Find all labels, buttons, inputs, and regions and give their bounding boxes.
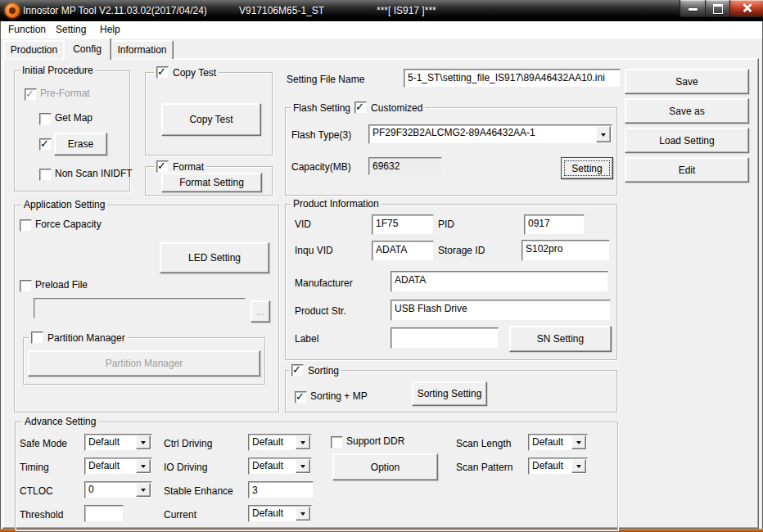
setting-file-label: Setting File Name: [287, 74, 364, 85]
format-title: Format: [173, 161, 204, 173]
minimize-button[interactable]: [679, 0, 707, 17]
chevron-down-icon[interactable]: [296, 459, 310, 473]
io-driving-label: IO Driving: [164, 462, 207, 473]
threshold-label: Threshold: [20, 509, 63, 521]
capacity-label: Capacity(MB): [291, 161, 351, 173]
option-button[interactable]: Option: [332, 453, 438, 480]
led-setting-button[interactable]: LED Setting: [160, 242, 269, 273]
product-information-title: Product Information: [291, 198, 382, 210]
scan-length-label: Scan Length: [456, 438, 511, 449]
preload-file-checkbox[interactable]: [20, 280, 32, 292]
chevron-down-icon[interactable]: [296, 507, 310, 521]
ctloc-dropdown[interactable]: 0: [84, 481, 152, 498]
chevron-down-icon[interactable]: [136, 435, 151, 449]
flash-type-dropdown[interactable]: PF29F32B2ALCMG2-89A46432AA-1: [368, 124, 612, 144]
tab-config[interactable]: Config: [63, 38, 111, 60]
copy-test-title: Copy Test: [173, 67, 216, 79]
get-map-checkbox[interactable]: [39, 113, 52, 125]
window-marker: ***[ IS917 ]***: [377, 0, 436, 21]
maximize-button[interactable]: [705, 0, 731, 17]
sorting-title: Sorting: [308, 365, 339, 376]
copy-test-checkbox[interactable]: [156, 66, 169, 79]
support-ddr-checkbox[interactable]: [331, 436, 343, 449]
chevron-down-icon[interactable]: [571, 459, 586, 473]
menu-function[interactable]: Function: [3, 22, 51, 38]
app-window: Innostor MP Tool V2.11.03.02(2017/04/24)…: [0, 0, 763, 532]
io-driving-dropdown[interactable]: Default: [248, 458, 312, 475]
maximize-icon: [713, 4, 723, 14]
menu-help[interactable]: Help: [95, 22, 125, 38]
copy-test-button[interactable]: Copy Test: [161, 103, 261, 136]
pid-field[interactable]: 0917: [524, 214, 585, 235]
sorting-checkbox[interactable]: [291, 364, 304, 376]
chevron-down-icon[interactable]: [136, 483, 151, 497]
sorting-setting-button[interactable]: Sorting Setting: [412, 381, 487, 406]
safe-mode-label: Safe Mode: [20, 438, 67, 449]
partition-manager-checkbox[interactable]: [31, 331, 43, 344]
force-capacity-checkbox[interactable]: [20, 219, 32, 232]
chevron-down-icon[interactable]: [596, 126, 611, 142]
menu-setting[interactable]: Setting: [51, 22, 91, 38]
chevron-down-icon[interactable]: [571, 435, 586, 449]
tab-information[interactable]: Information: [111, 40, 174, 59]
support-ddr-label: Support DDR: [346, 435, 404, 447]
load-setting-button[interactable]: Load Setting: [625, 128, 749, 153]
sn-setting-button[interactable]: SN Setting: [509, 326, 612, 352]
partition-manager-title: Partition Manager: [47, 332, 125, 344]
current-dropdown[interactable]: Default: [248, 505, 312, 522]
current-label: Current: [164, 509, 196, 521]
inqu-vid-field[interactable]: ADATA: [372, 241, 434, 261]
ctrl-driving-dropdown[interactable]: Default: [248, 434, 312, 451]
scan-length-dropdown[interactable]: Default: [528, 434, 588, 451]
threshold-field[interactable]: [84, 505, 124, 522]
stable-enhance-field[interactable]: 3: [248, 481, 314, 498]
label-field[interactable]: [391, 327, 499, 349]
flash-type-value: PF29F32B2ALCMG2-89A46432AA-1: [369, 125, 595, 143]
product-str-field[interactable]: USB Flash Drive: [391, 300, 611, 321]
safe-mode-value: Default: [85, 435, 135, 450]
erase-checkbox[interactable]: [39, 138, 52, 151]
initial-procedure-title: Initial Procedure: [20, 65, 96, 76]
chevron-down-icon[interactable]: [296, 435, 310, 449]
vid-field[interactable]: 1F75: [372, 214, 434, 235]
setting-file-input[interactable]: 5-1_ST\setting_file_IS917\89A46432AA10.i…: [404, 69, 621, 88]
storage-id-field[interactable]: S102pro: [521, 240, 610, 261]
pre-format-label: Pre-Format: [40, 88, 90, 99]
get-map-label: Get Map: [55, 112, 93, 124]
timing-dropdown[interactable]: Default: [84, 458, 152, 475]
edit-button[interactable]: Edit: [625, 157, 749, 183]
close-button[interactable]: [729, 0, 763, 17]
timing-label: Timing: [20, 462, 49, 473]
capacity-field[interactable]: 69632: [368, 157, 442, 175]
pid-label: PID: [438, 219, 454, 230]
scan-pattern-dropdown[interactable]: Default: [528, 458, 588, 475]
ctrl-driving-label: Ctrl Driving: [164, 438, 212, 449]
scan-length-value: Default: [529, 435, 571, 450]
window-border-left: [0, 21, 1, 529]
scan-pattern-label: Scan Pattern: [456, 462, 512, 473]
setting-button[interactable]: Setting: [561, 157, 613, 179]
format-setting-button[interactable]: Format Setting: [161, 173, 262, 192]
application-setting-title: Application Setting: [21, 199, 107, 210]
tab-production[interactable]: Production: [3, 40, 65, 59]
manufacturer-field[interactable]: ADATA: [391, 271, 608, 292]
chevron-down-icon[interactable]: [136, 459, 151, 473]
erase-button[interactable]: Erase: [54, 133, 107, 156]
format-checkbox[interactable]: [156, 160, 169, 173]
manufacturer-label: Manufacturer: [295, 277, 353, 289]
non-scan-inidft-checkbox[interactable]: [39, 169, 52, 181]
app-icon: [5, 3, 20, 18]
minimize-icon: [689, 8, 698, 11]
product-str-label: Product Str.: [295, 305, 346, 317]
safe-mode-dropdown[interactable]: Default: [84, 434, 152, 451]
sorting-mp-checkbox[interactable]: [295, 391, 307, 404]
flash-type-label: Flash Type(3): [291, 129, 351, 141]
save-button[interactable]: Save: [625, 69, 749, 94]
customized-checkbox[interactable]: [354, 101, 367, 114]
pre-format-checkbox: [25, 88, 37, 101]
close-icon: [741, 2, 753, 14]
preload-file-label: Preload File: [35, 279, 88, 291]
ctloc-label: CTLOC: [20, 485, 53, 497]
save-as-button[interactable]: Save as: [625, 98, 749, 124]
partition-manager-button: Partition Manager: [28, 350, 260, 376]
